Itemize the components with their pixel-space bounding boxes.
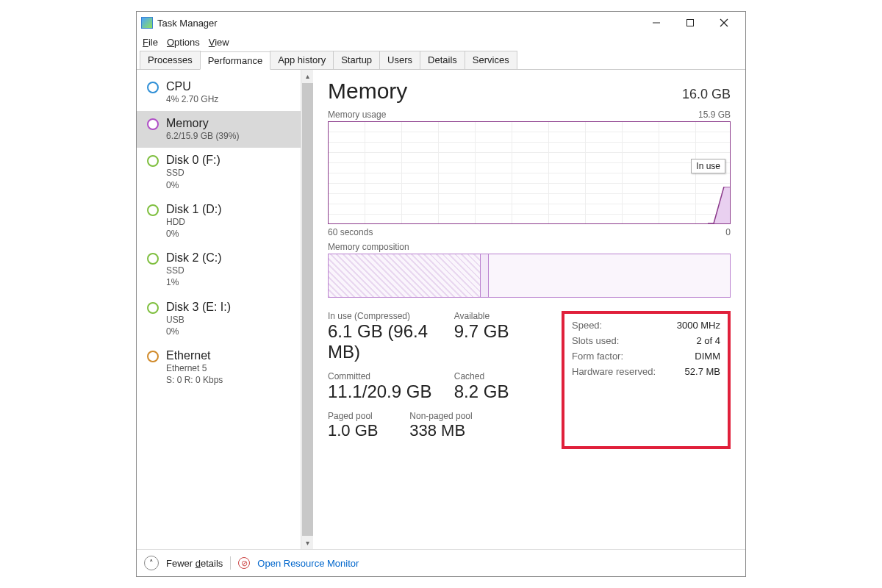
info-form-value: DIMM	[695, 351, 720, 362]
fewer-details-toggle[interactable]: ˄	[144, 556, 159, 570]
sidebar-scrollbar[interactable]: ▴ ▾	[301, 70, 313, 549]
sidebar-item-sub2: S: 0 R: 0 Kbps	[166, 374, 223, 386]
sidebar-item-label: Memory	[166, 117, 239, 130]
fewer-details-label[interactable]: Fewer details	[166, 558, 223, 569]
stat-available-label: Available	[454, 311, 562, 321]
tab-services[interactable]: Services	[465, 51, 517, 69]
menubar: File Options View	[137, 34, 745, 51]
sidebar-item-sub2: 0%	[166, 179, 220, 191]
sidebar-item-sub: 4% 2.70 GHz	[166, 93, 218, 105]
info-slots-label: Slots used:	[572, 335, 619, 346]
memory-icon	[147, 118, 159, 130]
sidebar-item-disk3[interactable]: Disk 3 (E: I:) USB 0%	[137, 295, 313, 343]
sidebar-item-sub2: 0%	[166, 228, 222, 240]
disk-icon	[147, 302, 159, 314]
page-title: Memory	[328, 79, 407, 104]
chart-line	[708, 187, 730, 223]
disk-icon	[147, 155, 159, 167]
footer-divider	[230, 556, 231, 570]
info-form-label: Form factor:	[572, 351, 623, 362]
composition-inuse-segment	[329, 254, 481, 297]
sidebar-item-label: Disk 0 (F:)	[166, 154, 220, 167]
tabbar: Processes Performance App history Startu…	[137, 51, 745, 70]
svg-rect-1	[687, 20, 694, 26]
titlebar[interactable]: Task Manager	[137, 12, 745, 34]
stat-cached-value: 8.2 GB	[454, 381, 562, 402]
sidebar-item-label: Disk 1 (D:)	[166, 203, 222, 216]
memory-info-highlight: Speed:3000 MHz Slots used:2 of 4 Form fa…	[562, 311, 731, 449]
chart-x-left: 60 seconds	[328, 227, 373, 237]
menu-file[interactable]: File	[143, 37, 158, 48]
sidebar-item-label: Disk 3 (E: I:)	[166, 301, 231, 314]
window-title: Task Manager	[157, 18, 218, 29]
tab-app-history[interactable]: App history	[270, 51, 334, 69]
sidebar-item-disk0[interactable]: Disk 0 (F:) SSD 0%	[137, 148, 313, 196]
tab-users[interactable]: Users	[379, 51, 420, 69]
close-button[interactable]	[707, 12, 741, 34]
stat-inuse-label: In use (Compressed)	[328, 311, 454, 321]
maximize-icon	[686, 18, 695, 27]
chart-ymax: 15.9 GB	[698, 110, 731, 120]
sidebar: CPU 4% 2.70 GHz Memory 6.2/15.9 GB (39%)…	[137, 70, 313, 549]
sidebar-item-sub: SSD	[166, 167, 220, 179]
stat-paged-label: Paged pool	[328, 411, 409, 421]
composition-modified-segment	[481, 254, 489, 297]
memory-composition-bar[interactable]	[328, 254, 731, 298]
footer: ˄ Fewer details ⊘ Open Resource Monitor	[137, 549, 745, 576]
scroll-thumb[interactable]	[302, 83, 313, 536]
tab-startup[interactable]: Startup	[333, 51, 380, 69]
tab-details[interactable]: Details	[420, 51, 465, 69]
memory-capacity: 16.0 GB	[682, 87, 731, 102]
maximize-button[interactable]	[673, 12, 707, 34]
close-icon	[720, 18, 728, 27]
minimize-icon	[652, 18, 661, 27]
stat-committed-value: 11.1/20.9 GB	[328, 381, 454, 402]
ethernet-icon	[147, 351, 159, 362]
stat-committed-label: Committed	[328, 371, 454, 381]
sidebar-item-sub: USB	[166, 314, 231, 326]
menu-options[interactable]: Options	[167, 37, 200, 48]
sidebar-item-sub: 6.2/15.9 GB (39%)	[166, 130, 239, 142]
stat-available-value: 9.7 GB	[454, 321, 562, 342]
main-panel: Memory 16.0 GB Memory usage 15.9 GB In u…	[313, 70, 745, 549]
sidebar-item-disk2[interactable]: Disk 2 (C:) SSD 1%	[137, 245, 313, 294]
composition-label: Memory composition	[328, 242, 409, 252]
open-resource-monitor-link[interactable]: Open Resource Monitor	[257, 558, 359, 569]
sidebar-item-disk1[interactable]: Disk 1 (D:) HDD 0%	[137, 197, 313, 245]
resource-monitor-icon: ⊘	[238, 557, 250, 569]
sidebar-item-memory[interactable]: Memory 6.2/15.9 GB (39%)	[137, 111, 313, 148]
info-slots-value: 2 of 4	[696, 335, 720, 346]
tab-processes[interactable]: Processes	[140, 51, 201, 69]
scroll-up-icon[interactable]: ▴	[306, 70, 309, 82]
stat-inuse-value: 6.1 GB (96.4 MB)	[328, 321, 454, 362]
stat-nonpaged-label: Non-paged pool	[409, 411, 562, 421]
stat-paged-value: 1.0 GB	[328, 421, 409, 440]
stat-cached-label: Cached	[454, 371, 562, 381]
tab-performance[interactable]: Performance	[200, 51, 270, 70]
stat-nonpaged-value: 338 MB	[409, 421, 562, 440]
sidebar-item-ethernet[interactable]: Ethernet Ethernet 5 S: 0 R: 0 Kbps	[137, 343, 313, 392]
info-speed-value: 3000 MHz	[677, 320, 720, 331]
menu-view[interactable]: View	[209, 37, 229, 48]
sidebar-item-sub: Ethernet 5	[166, 362, 223, 374]
memory-usage-chart[interactable]: In use	[328, 121, 731, 224]
info-hwres-value: 52.7 MB	[685, 366, 720, 377]
sidebar-item-sub: SSD	[166, 265, 222, 276]
sidebar-item-sub2: 1%	[166, 276, 222, 288]
chart-title: Memory usage	[328, 110, 386, 120]
sidebar-item-sub2: 0%	[166, 326, 231, 337]
chart-x-right: 0	[725, 227, 731, 237]
task-manager-window: Task Manager File Options View Processes…	[136, 11, 746, 577]
disk-icon	[147, 204, 159, 216]
sidebar-item-cpu[interactable]: CPU 4% 2.70 GHz	[137, 74, 313, 111]
cpu-icon	[147, 82, 159, 93]
minimize-button[interactable]	[639, 12, 673, 34]
app-icon	[141, 17, 153, 29]
scroll-down-icon[interactable]: ▾	[306, 537, 309, 549]
sidebar-item-sub: HDD	[166, 216, 222, 228]
chevron-up-icon: ˄	[149, 559, 154, 568]
info-hwres-label: Hardware reserved:	[572, 366, 656, 377]
inuse-tooltip: In use	[691, 159, 725, 173]
sidebar-list[interactable]: CPU 4% 2.70 GHz Memory 6.2/15.9 GB (39%)…	[137, 70, 313, 549]
sidebar-item-label: Ethernet	[166, 349, 223, 362]
